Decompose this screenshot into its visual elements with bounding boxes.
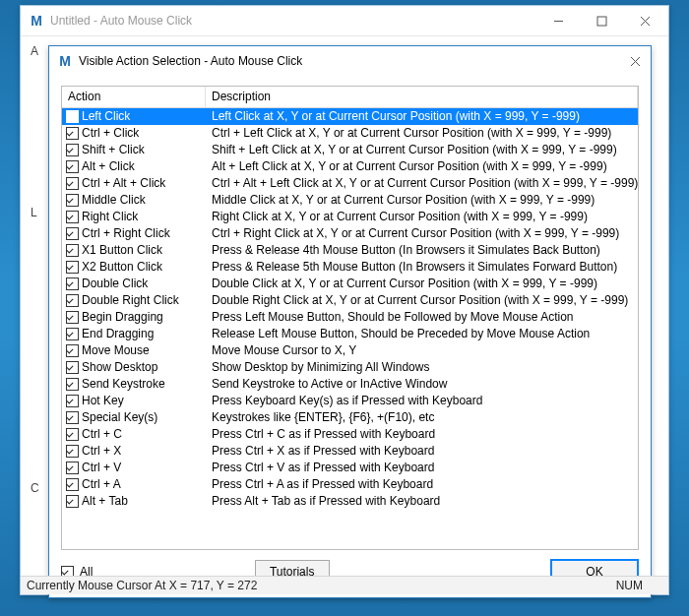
row-action-label: Double Right Click — [82, 292, 179, 309]
list-item[interactable]: Alt + TabPress Alt + Tab as if Pressed w… — [62, 493, 638, 510]
row-checkbox[interactable] — [66, 227, 79, 240]
row-action-label: Hot Key — [82, 393, 124, 409]
list-item[interactable]: Ctrl + ClickCtrl + Left Click at X, Y or… — [62, 125, 638, 142]
row-checkbox[interactable] — [66, 211, 79, 223]
row-action-label: Middle Click — [82, 192, 146, 209]
list-item[interactable]: Show DesktopShow Desktop by Minimizing A… — [62, 359, 638, 376]
list-item[interactable]: Ctrl + XPress Ctrl + X as if Pressed wit… — [62, 443, 638, 460]
list-item[interactable]: End DraggingRelease Left Mouse Button, S… — [62, 326, 638, 342]
row-action-label: Ctrl + X — [82, 443, 121, 460]
list-item[interactable]: X1 Button ClickPress & Release 4th Mouse… — [62, 242, 638, 259]
row-description: Press & Release 5th Mouse Button (In Bro… — [206, 259, 638, 276]
row-description: Double Right Click at X, Y or at Current… — [206, 292, 638, 309]
statusbar-num: NUM — [616, 579, 643, 592]
list-item[interactable]: Begin DraggingPress Left Mouse Button, S… — [62, 309, 638, 326]
action-listview[interactable]: Action Description Left ClickLeft Click … — [61, 86, 639, 550]
row-checkbox[interactable] — [66, 395, 79, 407]
dialog-close-button[interactable] — [621, 47, 649, 75]
list-item[interactable]: Shift + ClickShift + Left Click at X, Y … — [62, 142, 638, 158]
list-item[interactable]: Move MouseMove Mouse Cursor to X, Y — [62, 342, 638, 359]
row-description: Ctrl + Right Click at X, Y or at Current… — [206, 225, 638, 242]
row-action-label: X1 Button Click — [82, 242, 162, 259]
list-item[interactable]: Middle ClickMiddle Click at X, Y or at C… — [62, 192, 638, 209]
row-action-label: Ctrl + Alt + Click — [82, 175, 165, 192]
row-checkbox[interactable] — [66, 445, 79, 458]
row-action-label: Alt + Tab — [82, 493, 128, 510]
list-item[interactable]: X2 Button ClickPress & Release 5th Mouse… — [62, 259, 638, 276]
statusbar-text: Currently Mouse Cursor At X = 717, Y = 2… — [27, 579, 257, 592]
row-action-label: Send Keystroke — [82, 376, 165, 393]
row-description: Press Ctrl + A as if Pressed with Keyboa… — [206, 476, 638, 493]
main-titlebar[interactable]: M Untitled - Auto Mouse Click — [21, 6, 668, 35]
list-item[interactable]: Hot KeyPress Keyboard Key(s) as if Press… — [62, 393, 638, 409]
row-checkbox[interactable] — [66, 110, 79, 123]
row-checkbox[interactable] — [66, 144, 79, 156]
row-checkbox[interactable] — [66, 411, 79, 424]
row-checkbox[interactable] — [66, 177, 79, 190]
svg-rect-1 — [597, 17, 606, 26]
statusbar: Currently Mouse Cursor At X = 717, Y = 2… — [21, 576, 668, 594]
row-description: Press & Release 4th Mouse Button (In Bro… — [206, 242, 638, 259]
scrollbar[interactable] — [638, 87, 639, 549]
list-item[interactable]: Alt + ClickAlt + Left Click at X, Y or a… — [62, 158, 638, 175]
row-action-label: Shift + Click — [82, 142, 145, 158]
row-description: Press Ctrl + X as if Pressed with Keyboa… — [206, 443, 638, 460]
list-item[interactable]: Ctrl + CPress Ctrl + C as if Pressed wit… — [62, 426, 638, 443]
row-checkbox[interactable] — [66, 194, 79, 207]
row-checkbox[interactable] — [66, 328, 79, 340]
row-checkbox[interactable] — [66, 261, 79, 274]
row-checkbox[interactable] — [66, 495, 79, 508]
list-item[interactable]: Ctrl + Alt + ClickCtrl + Alt + Left Clic… — [62, 175, 638, 192]
col-action[interactable]: Action — [62, 87, 206, 107]
list-item[interactable]: Ctrl + APress Ctrl + A as if Pressed wit… — [62, 476, 638, 493]
row-description: Middle Click at X, Y or at Current Curso… — [206, 192, 638, 209]
row-checkbox[interactable] — [66, 311, 79, 324]
row-action-label: Ctrl + Click — [82, 125, 139, 142]
row-description: Right Click at X, Y or at Current Cursor… — [206, 209, 638, 225]
row-checkbox[interactable] — [66, 160, 79, 173]
row-action-label: Double Click — [82, 276, 148, 292]
list-item[interactable]: Double Right ClickDouble Right Click at … — [62, 292, 638, 309]
main-hint-a: A — [31, 44, 38, 58]
dialog-body: Action Description Left ClickLeft Click … — [49, 76, 651, 597]
row-action-label: Ctrl + C — [82, 426, 122, 443]
list-item[interactable]: Special Key(s)Keystrokes like {ENTER}, {… — [62, 409, 638, 426]
row-action-label: Begin Dragging — [82, 309, 163, 326]
main-title: Untitled - Auto Mouse Click — [50, 14, 536, 28]
listview-header[interactable]: Action Description — [62, 87, 638, 108]
row-action-label: Ctrl + A — [82, 476, 121, 493]
main-hint-c: C — [31, 481, 39, 495]
main-close-button[interactable] — [623, 7, 666, 34]
main-maximize-button[interactable] — [580, 7, 623, 34]
list-item[interactable]: Ctrl + VPress Ctrl + V as if Pressed wit… — [62, 460, 638, 476]
row-checkbox[interactable] — [66, 127, 79, 140]
row-description: Shift + Left Click at X, Y or at Current… — [206, 142, 638, 158]
row-checkbox[interactable] — [66, 294, 79, 307]
row-description: Press Ctrl + C as if Pressed with Keyboa… — [206, 426, 638, 443]
list-item[interactable]: Right ClickRight Click at X, Y or at Cur… — [62, 209, 638, 225]
row-description: Ctrl + Alt + Left Click at X, Y or at Cu… — [206, 175, 638, 192]
row-description: Move Mouse Cursor to X, Y — [206, 342, 638, 359]
list-item[interactable]: Double ClickDouble Click at X, Y or at C… — [62, 276, 638, 292]
dialog-title: Visible Action Selection - Auto Mouse Cl… — [79, 54, 621, 68]
row-checkbox[interactable] — [66, 244, 79, 257]
main-minimize-button[interactable] — [536, 7, 580, 34]
row-checkbox[interactable] — [66, 378, 79, 391]
row-description: Press Ctrl + V as if Pressed with Keyboa… — [206, 460, 638, 476]
row-checkbox[interactable] — [66, 344, 79, 357]
row-description: Alt + Left Click at X, Y or at Current C… — [206, 158, 638, 175]
list-item[interactable]: Left ClickLeft Click at X, Y or at Curre… — [62, 108, 638, 125]
dialog-titlebar[interactable]: M Visible Action Selection - Auto Mouse … — [49, 46, 651, 76]
row-checkbox[interactable] — [66, 478, 79, 491]
row-action-label: Ctrl + Right Click — [82, 225, 170, 242]
row-checkbox[interactable] — [66, 361, 79, 374]
row-checkbox[interactable] — [66, 428, 79, 441]
list-item[interactable]: Ctrl + Right ClickCtrl + Right Click at … — [62, 225, 638, 242]
list-item[interactable]: Send KeystrokeSend Keystroke to Active o… — [62, 376, 638, 393]
row-checkbox[interactable] — [66, 462, 79, 474]
row-action-label: Alt + Click — [82, 158, 135, 175]
row-action-label: Special Key(s) — [82, 409, 157, 426]
col-description[interactable]: Description — [206, 87, 638, 107]
row-checkbox[interactable] — [66, 277, 79, 290]
row-action-label: X2 Button Click — [82, 259, 162, 276]
